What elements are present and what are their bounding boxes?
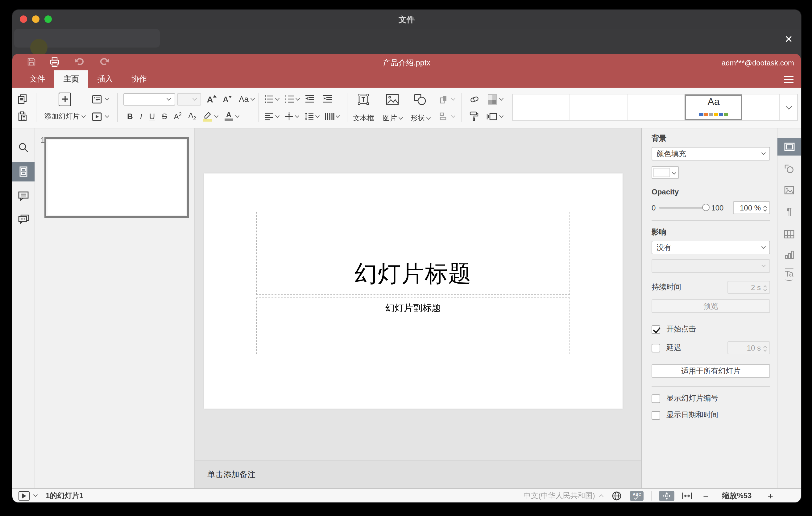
- slide-view-group: [91, 93, 109, 123]
- delay-checkbox[interactable]: [651, 343, 660, 352]
- start-on-click-checkbox[interactable]: [651, 325, 660, 334]
- fit-to-width-button[interactable]: [682, 492, 693, 500]
- delay-row[interactable]: 延迟: [651, 343, 681, 353]
- font-name-select[interactable]: [123, 93, 175, 105]
- horizontal-align-dropdown[interactable]: [264, 112, 279, 121]
- zoom-out-button[interactable]: −: [703, 490, 709, 501]
- sidebar-item-search[interactable]: [12, 138, 34, 157]
- tab-insert[interactable]: 插入: [88, 70, 122, 88]
- paragraph-settings-tab[interactable]: ¶: [778, 203, 801, 220]
- apply-to-all-button[interactable]: 适用于所有幻灯片: [651, 364, 770, 378]
- language-label[interactable]: 中文(中华人民共和国): [524, 490, 595, 501]
- font-color-dropdown[interactable]: A: [224, 112, 238, 121]
- sidebar-item-slides[interactable]: [12, 162, 34, 181]
- decrease-indent-button[interactable]: [305, 94, 315, 104]
- fit-to-slide-toggle[interactable]: [659, 490, 675, 501]
- zoom-in-button[interactable]: +: [767, 490, 773, 501]
- tab-file[interactable]: 文件: [20, 70, 54, 88]
- color-scheme-dropdown[interactable]: [488, 93, 503, 105]
- insert-shape-dropdown[interactable]: 形状: [411, 93, 430, 123]
- increase-font-button[interactable]: A: [207, 94, 217, 104]
- subtitle-placeholder[interactable]: 幻灯片副标题: [256, 297, 570, 354]
- textart-settings-tab[interactable]: Ta: [778, 267, 801, 284]
- globe-icon: [612, 490, 622, 501]
- image-settings-tab[interactable]: [778, 181, 801, 199]
- theme-item[interactable]: [513, 94, 570, 120]
- chevron-down-icon: [761, 245, 766, 249]
- theme-gallery-expand[interactable]: [779, 94, 797, 120]
- slide-surface[interactable]: 幻灯片标题 幻灯片副标题: [204, 173, 622, 409]
- start-slideshow-dropdown[interactable]: [91, 110, 109, 123]
- line-spacing-dropdown[interactable]: [304, 112, 319, 121]
- insert-image-dropdown[interactable]: 图片: [383, 93, 402, 123]
- clear-style-button[interactable]: [469, 94, 480, 104]
- subscript-button[interactable]: A2: [188, 111, 196, 122]
- insert-textbox-button[interactable]: 文本框: [353, 93, 374, 123]
- opacity-slider-knob[interactable]: [702, 204, 709, 211]
- numbered-list-dropdown[interactable]: [285, 94, 299, 104]
- start-on-click-row[interactable]: 开始点击: [651, 324, 770, 335]
- spinner-arrows[interactable]: [764, 204, 766, 211]
- show-slide-number-row[interactable]: 显示幻灯片编号: [651, 393, 770, 404]
- effect-select[interactable]: 没有: [651, 241, 770, 254]
- theme-item[interactable]: [742, 94, 779, 120]
- opacity-input[interactable]: 100 %: [733, 201, 770, 214]
- sidebar-item-comments[interactable]: [12, 186, 34, 205]
- spellcheck-toggle[interactable]: ABC: [630, 490, 644, 501]
- chevron-down-icon[interactable]: [33, 492, 38, 497]
- opacity-slider[interactable]: 0 100: [651, 203, 723, 212]
- paste-icon[interactable]: [17, 110, 28, 123]
- background-fill-select[interactable]: 颜色填充: [651, 147, 770, 161]
- copy-icon[interactable]: [17, 93, 28, 106]
- arrange-shape-dropdown[interactable]: [438, 93, 455, 106]
- strikethrough-button[interactable]: S: [162, 112, 167, 121]
- start-slideshow-status-button[interactable]: [19, 491, 30, 500]
- chevron-down-icon: [235, 113, 239, 118]
- theme-preview-text: Aa: [707, 96, 720, 107]
- italic-button[interactable]: I: [140, 111, 143, 121]
- close-icon[interactable]: ✕: [785, 33, 793, 46]
- slide-canvas[interactable]: 幻灯片标题 幻灯片副标题: [195, 128, 641, 460]
- columns-dropdown[interactable]: [324, 112, 339, 121]
- theme-item[interactable]: [628, 94, 685, 120]
- slide-settings-tab[interactable]: [778, 138, 801, 155]
- highlight-color-dropdown[interactable]: [203, 111, 218, 121]
- tab-collaboration[interactable]: 协作: [122, 70, 156, 88]
- bullet-list-dropdown[interactable]: [264, 94, 279, 104]
- superscript-button[interactable]: A2: [174, 112, 182, 121]
- opacity-slider-track[interactable]: [659, 207, 708, 209]
- opacity-value: 100 %: [740, 203, 761, 212]
- set-language-button[interactable]: [612, 490, 622, 501]
- bold-button[interactable]: B: [127, 112, 133, 121]
- background-color-picker[interactable]: [651, 166, 679, 179]
- align-shape-dropdown[interactable]: [438, 110, 455, 123]
- chart-settings-tab[interactable]: [778, 246, 801, 263]
- theme-item[interactable]: [570, 94, 628, 120]
- shape-settings-tab[interactable]: [778, 160, 801, 177]
- slide-size-dropdown[interactable]: [486, 111, 503, 121]
- slide-thumbnail[interactable]: [45, 137, 189, 218]
- show-date-time-checkbox[interactable]: [651, 411, 660, 420]
- notes-area[interactable]: 单击添加备注: [195, 460, 641, 488]
- copy-style-button[interactable]: [469, 111, 479, 122]
- decrease-font-button[interactable]: A: [223, 95, 232, 104]
- title-placeholder[interactable]: 幻灯片标题: [256, 212, 570, 295]
- macos-titlebar: 文件: [12, 10, 801, 28]
- menu-icon[interactable]: [784, 76, 793, 83]
- underline-button[interactable]: U: [149, 112, 155, 121]
- table-settings-tab[interactable]: [778, 225, 801, 242]
- add-slide-dropdown[interactable]: 添加幻灯片: [41, 110, 89, 123]
- add-slide-button[interactable]: [41, 93, 89, 106]
- tab-home[interactable]: 主页: [54, 70, 88, 88]
- increase-indent-button[interactable]: [323, 94, 332, 104]
- plus-icon: [59, 92, 71, 106]
- show-slide-number-checkbox[interactable]: [651, 394, 660, 403]
- slide-layout-dropdown[interactable]: [91, 93, 109, 106]
- font-size-select[interactable]: [177, 93, 201, 105]
- show-date-time-row[interactable]: 显示日期和时间: [651, 410, 770, 420]
- zoom-level[interactable]: 缩放%53: [722, 490, 752, 501]
- theme-item-selected[interactable]: Aa: [685, 94, 742, 120]
- sidebar-item-chat[interactable]: [12, 209, 34, 229]
- vertical-align-dropdown[interactable]: [285, 112, 299, 121]
- change-case-dropdown[interactable]: Aa: [239, 94, 254, 104]
